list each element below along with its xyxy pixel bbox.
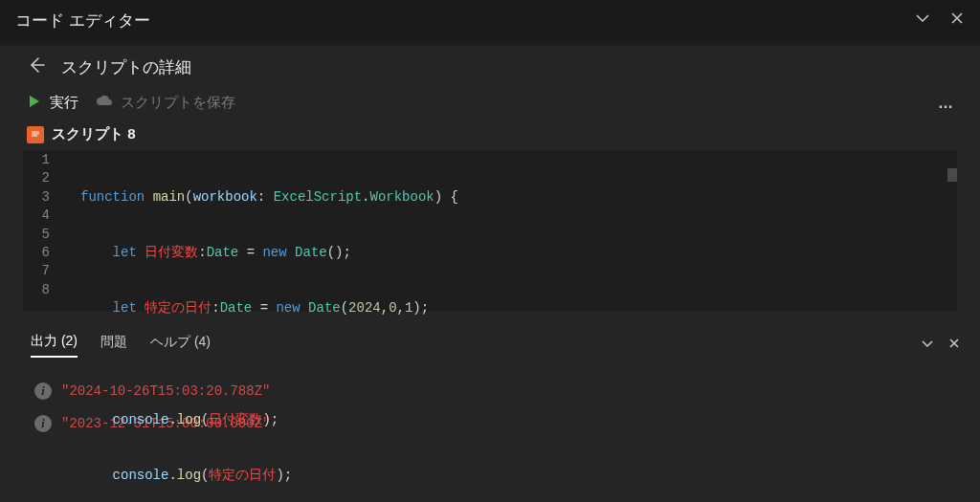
line-number: 1 — [31, 151, 50, 169]
scrollbar-thumb[interactable] — [947, 168, 957, 182]
line-number: 5 — [31, 226, 50, 244]
panel-header: スクリプトの詳細 — [0, 46, 980, 88]
more-menu-button[interactable]: … — [938, 95, 961, 112]
line-number: 8 — [31, 281, 50, 299]
back-arrow-icon[interactable] — [27, 55, 46, 78]
play-icon — [27, 94, 42, 112]
panel-title: スクリプトの詳細 — [61, 56, 191, 78]
title-bar: コード エディター — [0, 0, 980, 40]
minimize-icon[interactable] — [915, 11, 930, 30]
window-title: コード エディター — [15, 10, 150, 32]
close-icon[interactable] — [949, 11, 965, 30]
script-name: スクリプト 8 — [52, 125, 136, 143]
code-line[interactable]: console.log(日付変数); — [61, 411, 957, 429]
run-button[interactable]: 実行 — [27, 94, 78, 112]
cloud-icon — [96, 95, 113, 111]
code-editor[interactable]: 1 2 3 4 5 6 7 8 function main(workbook: … — [23, 151, 957, 312]
code-line[interactable]: console.log(特定の日付); — [61, 467, 957, 485]
info-icon: i — [34, 382, 52, 400]
save-button-label: スクリプトを保存 — [121, 94, 235, 112]
code-line[interactable]: function main(workbook: ExcelScript.Work… — [61, 188, 957, 207]
line-number: 6 — [31, 244, 50, 262]
toolbar: 実行 スクリプトを保存 … — [0, 88, 980, 121]
line-number: 7 — [31, 262, 50, 280]
line-gutter: 1 2 3 4 5 6 7 8 — [23, 151, 61, 312]
script-name-row: スクリプト 8 — [0, 121, 980, 151]
main-panel: スクリプトの詳細 実行 スクリプトを保存 … スクリプト 8 1 2 3 4 — [0, 46, 980, 502]
line-number: 4 — [31, 207, 50, 225]
line-number: 2 — [31, 169, 50, 187]
code-area[interactable]: function main(workbook: ExcelScript.Work… — [61, 151, 957, 312]
script-file-icon — [27, 126, 44, 143]
save-button: スクリプトを保存 — [96, 94, 235, 112]
code-line[interactable] — [61, 355, 957, 373]
run-button-label: 実行 — [50, 94, 78, 112]
window-controls — [915, 11, 965, 30]
code-line[interactable]: let 日付変数:Date = new Date(); — [61, 244, 957, 262]
code-line[interactable]: let 特定の日付:Date = new Date(2024,0,1); — [61, 299, 957, 317]
info-icon: i — [34, 415, 52, 432]
line-number: 3 — [31, 188, 50, 207]
